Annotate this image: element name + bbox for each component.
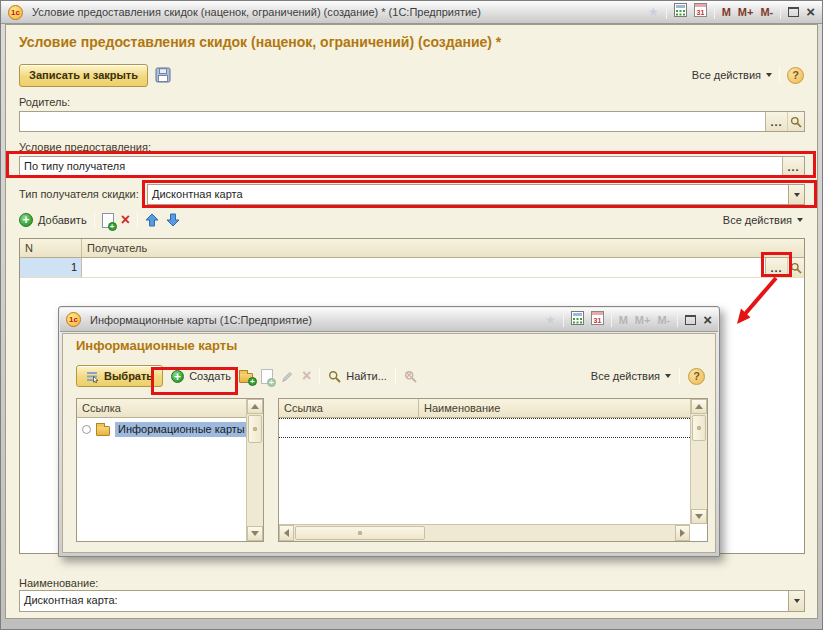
- column-header-recipient[interactable]: Получатель: [82, 239, 804, 257]
- delete-item-button-disabled: ×: [302, 369, 311, 383]
- svg-text:31: 31: [696, 9, 704, 16]
- 1c-app-icon: 1c: [66, 312, 81, 327]
- calculator-icon[interactable]: [674, 3, 687, 21]
- recipient-search-icon[interactable]: [787, 258, 804, 277]
- titlebar-separator: [563, 313, 564, 327]
- command-bar: Записать и закрыть Все действия ?: [19, 63, 804, 87]
- save-icon[interactable]: [155, 67, 171, 83]
- delete-row-button[interactable]: ×: [121, 213, 130, 227]
- dialog-tree-panel: Ссылка Информационные карты: [76, 398, 264, 542]
- parent-input[interactable]: ...: [19, 111, 805, 132]
- tree-column-header[interactable]: Ссылка: [77, 399, 246, 417]
- parent-label: Родитель:: [19, 96, 70, 108]
- scroll-thumb[interactable]: [248, 415, 262, 443]
- add-row-label: Добавить: [38, 214, 87, 226]
- create-button[interactable]: Создать: [171, 370, 231, 383]
- toolbar-separator: [94, 212, 95, 228]
- create-label: Создать: [189, 370, 231, 382]
- memory-m-button[interactable]: M: [722, 6, 731, 18]
- recipient-cell-value: [82, 258, 765, 277]
- dialog-titlebar: 1c Информационные карты (1С:Предприятие)…: [60, 308, 718, 332]
- help-button[interactable]: ?: [787, 67, 804, 84]
- tree-item[interactable]: Информационные карты: [77, 418, 263, 437]
- scroll-down-button[interactable]: [691, 509, 707, 524]
- list-horizontal-scrollbar[interactable]: [279, 524, 690, 541]
- scroll-thumb[interactable]: [295, 526, 425, 540]
- tree-vertical-scrollbar[interactable]: [246, 399, 263, 541]
- chevron-down-icon: [665, 374, 671, 378]
- move-down-button[interactable]: [166, 213, 180, 227]
- all-actions-menu-table[interactable]: Все действия: [723, 214, 803, 226]
- copy-row-button[interactable]: +: [102, 213, 114, 228]
- chevron-down-icon: [794, 599, 800, 603]
- condition-ellipsis-button[interactable]: ...: [782, 157, 804, 176]
- condition-input[interactable]: По типу получателя ...: [19, 156, 805, 177]
- plus-badge-icon: +: [248, 377, 257, 386]
- list-column-header-ref[interactable]: Ссылка: [279, 399, 419, 417]
- window-title: Условие предоставления скидок (наценок, …: [32, 6, 481, 18]
- recipients-toolbar: Добавить + × Все действия: [19, 208, 803, 232]
- find-label: Найти...: [346, 370, 387, 382]
- scroll-thumb[interactable]: [692, 415, 706, 441]
- memory-m-plus-button[interactable]: M+: [738, 6, 754, 18]
- chevron-down-icon: [766, 73, 772, 77]
- recipient-cell[interactable]: ...: [82, 258, 804, 278]
- add-icon: [19, 213, 33, 227]
- parent-ellipsis-button[interactable]: ...: [765, 112, 787, 131]
- dialog-help-button[interactable]: ?: [688, 368, 705, 385]
- save-and-close-button[interactable]: Записать и закрыть: [19, 64, 148, 87]
- row-number-cell: 1: [20, 258, 82, 278]
- memory-m-minus-button[interactable]: M-: [760, 6, 773, 18]
- recipient-type-value: Дисконтная карта: [148, 185, 788, 204]
- scroll-left-icon: [284, 529, 289, 537]
- all-actions-menu-dialog[interactable]: Все действия: [591, 370, 671, 382]
- toolbar-separator: [395, 368, 396, 384]
- folder-icon: [96, 426, 110, 436]
- list-column-header-name[interactable]: Наименование: [419, 399, 690, 417]
- main-titlebar: 1c Условие предоставления скидок (нацено…: [1, 1, 822, 24]
- create-group-button[interactable]: +: [239, 373, 253, 383]
- close-button[interactable]: ×: [806, 6, 815, 18]
- find-button[interactable]: Найти...: [328, 370, 387, 383]
- calendar-icon[interactable]: 31: [591, 311, 604, 329]
- condition-value: По типу получателя: [20, 157, 782, 176]
- name-dropdown-button[interactable]: [788, 591, 804, 611]
- move-up-button[interactable]: [145, 213, 159, 227]
- all-actions-label: Все действия: [591, 370, 660, 382]
- 1c-app-icon: 1c: [8, 5, 23, 20]
- scroll-left-button[interactable]: [279, 525, 294, 541]
- titlebar-buttons: ★ 31 M M+ M- ×: [648, 3, 815, 21]
- calendar-icon[interactable]: 31: [694, 3, 707, 21]
- list-vertical-scrollbar[interactable]: [690, 399, 707, 524]
- table-row[interactable]: 1 ...: [20, 258, 804, 278]
- calculator-icon[interactable]: [571, 311, 584, 329]
- scroll-up-button[interactable]: [247, 399, 263, 414]
- scroll-down-icon: [251, 531, 259, 536]
- favorites-star-icon[interactable]: ★: [545, 314, 556, 326]
- titlebar-separator: [714, 5, 715, 19]
- list-empty-focused-row[interactable]: [279, 418, 690, 438]
- scroll-down-button[interactable]: [247, 526, 263, 541]
- add-row-button[interactable]: Добавить: [19, 213, 87, 227]
- recipient-ellipsis-button[interactable]: ...: [765, 258, 787, 277]
- parent-search-icon[interactable]: [787, 112, 804, 131]
- name-combo[interactable]: Дисконтная карта:: [19, 590, 805, 612]
- dialog-maximize-button[interactable]: [685, 315, 696, 325]
- dialog-close-button[interactable]: ×: [703, 314, 712, 326]
- dialog-titlebar-buttons: ★ 31 M M+ M- ×: [545, 311, 712, 329]
- toolbar-separator: [137, 212, 138, 228]
- maximize-button[interactable]: [788, 7, 799, 17]
- tree-expander-icon[interactable]: [82, 425, 91, 434]
- all-actions-menu-top[interactable]: Все действия: [692, 69, 772, 81]
- select-button[interactable]: Выбрать: [76, 365, 163, 387]
- scroll-up-button[interactable]: [691, 399, 707, 414]
- column-header-n[interactable]: N: [20, 239, 82, 257]
- scroll-right-button[interactable]: [675, 525, 690, 541]
- titlebar-separator: [677, 313, 678, 327]
- recipient-type-combo[interactable]: Дисконтная карта: [147, 184, 805, 205]
- recipient-type-dropdown-button[interactable]: [788, 185, 804, 204]
- dialog-title: Информационные карты (1С:Предприятие): [90, 314, 312, 326]
- memory-m-plus-button: M+: [635, 314, 651, 326]
- favorites-star-icon[interactable]: ★: [648, 6, 659, 18]
- clear-find-icon-disabled: [404, 370, 417, 383]
